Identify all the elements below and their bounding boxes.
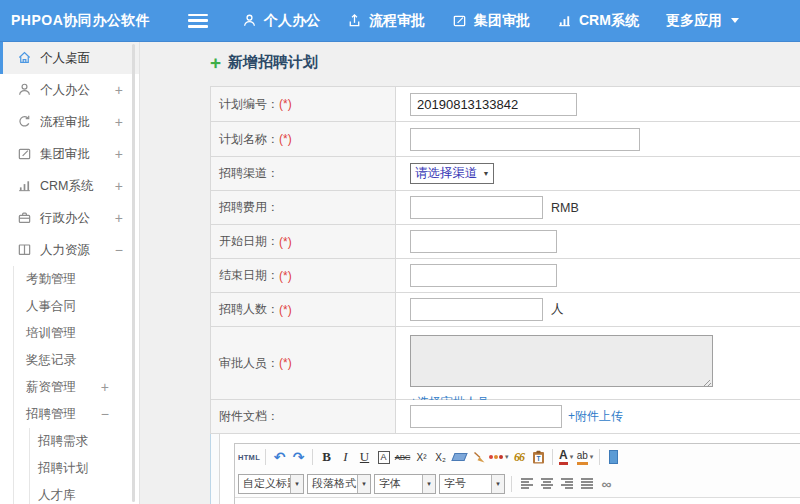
superscript-button[interactable]: X²: [413, 447, 430, 467]
book-icon: [17, 242, 32, 257]
sidebar-item-crm[interactable]: CRM系统 +: [0, 170, 139, 202]
expand-toggle[interactable]: +: [101, 374, 109, 401]
font-color-glyph: A: [559, 449, 568, 465]
hr-submenu: 考勤管理 人事合同 培训管理 奖惩记录 薪资管理 + 招聘管理 − 招聘需求 招…: [13, 266, 139, 504]
align-center-icon: [540, 477, 554, 490]
form-row-start-date: 开始日期：(*): [210, 225, 800, 259]
expand-toggle[interactable]: +: [115, 74, 123, 106]
form-row-channel: 招聘渠道： 请选择渠道 ▼: [210, 157, 800, 191]
form-row-plan-name: 计划名称：(*): [210, 122, 800, 157]
page-title: + 新增招聘计划: [210, 53, 318, 72]
sidebar-item-hr[interactable]: 人力资源 −: [0, 234, 139, 266]
heading-style-select[interactable]: 自定义标题 ▾: [238, 474, 304, 494]
nav-more-apps[interactable]: 更多应用: [666, 12, 739, 30]
underline-button[interactable]: U: [356, 447, 373, 467]
field-label-empty: [210, 434, 220, 504]
start-date-input[interactable]: [410, 230, 557, 253]
plan-number-input[interactable]: [410, 93, 577, 116]
strikethrough-button[interactable]: ABC: [394, 447, 411, 467]
paste-text-button[interactable]: T: [530, 447, 547, 467]
nav-personal-office[interactable]: 个人办公: [242, 12, 320, 30]
user-icon: [242, 13, 257, 28]
toolbar-icon-partial[interactable]: [605, 447, 622, 467]
sidebar-item-personnel-contract[interactable]: 人事合同: [14, 293, 139, 320]
clean-document-button[interactable]: [470, 447, 487, 467]
editor-content-area[interactable]: [235, 497, 800, 504]
sidebar-item-workflow-approval[interactable]: 流程审批 +: [0, 106, 139, 138]
italic-button[interactable]: I: [337, 447, 354, 467]
bar-chart-icon: [17, 178, 32, 193]
nav-label: 个人办公: [264, 12, 320, 30]
cost-input[interactable]: [410, 196, 543, 219]
paint-format-button[interactable]: ▾: [489, 447, 509, 467]
undo-button[interactable]: ↶: [271, 447, 288, 467]
caret-down-icon: ▾: [491, 475, 504, 493]
form-row-headcount: 招聘人数：(*) 人: [210, 293, 800, 327]
expand-toggle[interactable]: +: [115, 106, 123, 138]
resize-handle-icon[interactable]: [703, 379, 711, 387]
insert-link-button[interactable]: ∞: [598, 474, 615, 494]
collapse-toggle[interactable]: −: [101, 401, 109, 428]
toolbar-separator: [265, 449, 266, 465]
highlight-color-button[interactable]: ab ▾: [577, 447, 594, 467]
sidebar-item-personal-office[interactable]: 个人办公 +: [0, 74, 139, 106]
field-label: 招聘费用：: [211, 191, 396, 224]
align-left-button[interactable]: [518, 474, 535, 494]
channel-select[interactable]: 请选择渠道 ▼: [410, 163, 494, 184]
field-label: 招聘渠道：: [211, 157, 396, 190]
form-row-attachment: 附件文档： +附件上传: [210, 400, 800, 434]
end-date-input[interactable]: [410, 264, 557, 287]
user-icon: [17, 82, 32, 97]
subscript-button[interactable]: X₂: [432, 447, 449, 467]
toolbar-separator: [511, 476, 512, 492]
font-family-select[interactable]: 字体 ▾: [374, 474, 436, 494]
collapse-toggle[interactable]: −: [115, 234, 123, 266]
headcount-input[interactable]: [410, 298, 543, 321]
form-row-end-date: 结束日期：(*): [210, 259, 800, 293]
paragraph-format-select[interactable]: 段落格式 ▾: [307, 474, 371, 494]
sidebar-item-admin-office[interactable]: 行政办公 +: [0, 202, 139, 234]
nav-group-approval[interactable]: 集团审批: [452, 12, 530, 30]
form-row-cost: 招聘费用： RMB: [210, 191, 800, 225]
sidebar-item-personal-desktop[interactable]: 个人桌面: [0, 42, 139, 74]
required-mark: (*): [279, 303, 292, 317]
sidebar-item-attendance[interactable]: 考勤管理: [14, 266, 139, 293]
align-right-button[interactable]: [558, 474, 575, 494]
combo-value: 字体: [375, 476, 422, 491]
sidebar-item-talent-pool[interactable]: 人才库: [30, 482, 139, 504]
align-center-button[interactable]: [538, 474, 555, 494]
sidebar-item-group-approval[interactable]: 集团审批 +: [0, 138, 139, 170]
plan-name-input[interactable]: [410, 128, 640, 151]
flow-icon: [17, 114, 32, 129]
sidebar-item-label: 流程审批: [40, 115, 90, 129]
expand-toggle[interactable]: +: [115, 138, 123, 170]
eraser-icon: [451, 453, 467, 461]
sidebar-item-salary[interactable]: 薪资管理 +: [14, 374, 139, 401]
attachment-input[interactable]: [410, 405, 562, 428]
align-justify-button[interactable]: [578, 474, 595, 494]
remove-format-button[interactable]: [451, 447, 468, 467]
sidebar-scrollbar[interactable]: [132, 44, 135, 502]
blockquote-button[interactable]: 66: [511, 447, 528, 467]
char-border-button[interactable]: A: [375, 447, 392, 467]
expand-toggle[interactable]: +: [115, 170, 123, 202]
nav-workflow-approval[interactable]: 流程审批: [347, 12, 425, 30]
nav-crm-system[interactable]: CRM系统: [557, 12, 639, 30]
attachment-upload-link[interactable]: +附件上传: [568, 408, 623, 425]
font-color-button[interactable]: A ▾: [558, 447, 575, 467]
approvers-textarea[interactable]: [410, 335, 713, 387]
sidebar-item-recruit-demand[interactable]: 招聘需求: [30, 428, 139, 455]
redo-button[interactable]: ↷: [290, 447, 307, 467]
font-size-select[interactable]: 字号 ▾: [439, 474, 505, 494]
expand-toggle[interactable]: +: [115, 202, 123, 234]
hamburger-menu-icon[interactable]: [188, 14, 208, 28]
app-logo[interactable]: PHPOA协同办公软件: [0, 12, 188, 30]
sidebar-item-reward-punishment[interactable]: 奖惩记录: [14, 347, 139, 374]
bold-button[interactable]: B: [318, 447, 335, 467]
sidebar-item-recruitment[interactable]: 招聘管理 −: [14, 401, 139, 428]
sidebar-item-training[interactable]: 培训管理: [14, 320, 139, 347]
html-source-button[interactable]: HTML: [238, 447, 260, 467]
sidebar-item-recruit-plan[interactable]: 招聘计划: [30, 455, 139, 482]
main-content: + 新增招聘计划 计划编号：(*) 计划名称：(*) 招聘渠道： 请选择渠道 ▼: [140, 42, 800, 504]
align-right-icon: [560, 477, 574, 490]
